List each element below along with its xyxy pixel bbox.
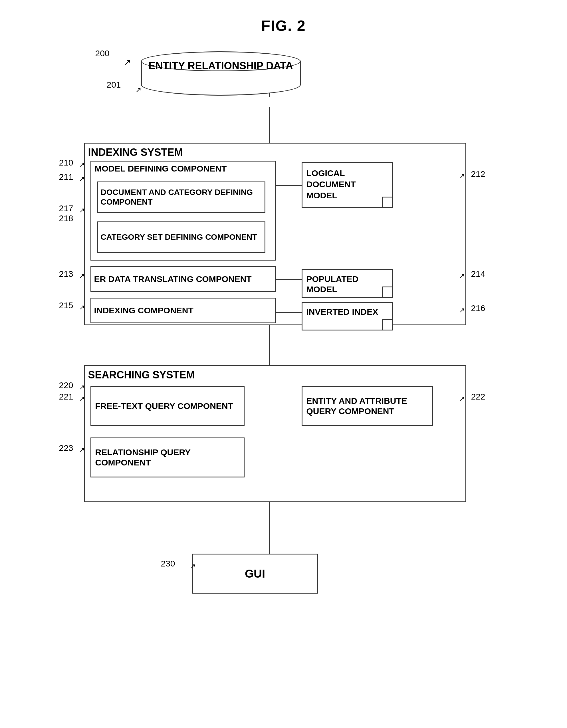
inverted-index-box: INVERTED INDEX — [302, 302, 393, 330]
free-text-query-label: FREE-TEXT QUERY COMPONENT — [95, 401, 233, 411]
searching-system-box: SEARCHING SYSTEM 220 ↗ FREE-TEXT QUERY C… — [84, 365, 466, 502]
indexing-system-label: INDEXING SYSTEM — [88, 146, 183, 158]
ref-216: 216 — [471, 303, 485, 313]
ref-222: 222 — [471, 392, 485, 402]
logical-model-box: LOGICAL DOCUMENT MODEL — [302, 162, 393, 208]
er-data-box: ER DATA TRANSLATING COMPONENT — [90, 266, 276, 292]
entity-attr-query-box: ENTITY AND ATTRIBUTE QUERY COMPONENT — [302, 386, 433, 426]
indexing-component-box: INDEXING COMPONENT — [90, 298, 276, 323]
ref-218: 218 — [59, 213, 73, 223]
ref-215: 215 — [59, 301, 73, 310]
ref-230: 230 — [161, 559, 175, 568]
gui-box: GUI — [192, 554, 318, 594]
category-set-box: CATEGORY SET DEFINING COMPONENT — [97, 221, 265, 253]
searching-system-label: SEARCHING SYSTEM — [88, 369, 195, 381]
ref-213: 213 — [59, 269, 73, 279]
ref-220: 220 — [59, 380, 73, 390]
ref-214: 214 — [471, 269, 485, 279]
ref-211: 211 — [59, 172, 73, 182]
database-cylinder: ENTITY RELATIONSHIP DATA 200 ↗ 201 ↗ — [141, 51, 329, 106]
populated-model-label: POPULATED MODEL — [302, 270, 392, 299]
category-set-label: CATEGORY SET DEFINING COMPONENT — [101, 232, 257, 242]
doc-category-label: DOCUMENT AND CATEGORY DEFINING COMPONENT — [101, 187, 262, 207]
page-title: FIG. 2 — [0, 0, 567, 34]
ref-210: 210 — [59, 158, 73, 168]
indexing-system-box: INDEXING SYSTEM 210 ↗ MODEL DEFINING COM… — [84, 143, 466, 325]
database-label: ENTITY RELATIONSHIP DATA — [141, 60, 301, 72]
model-defining-label: MODEL DEFINING COMPONENT — [91, 162, 275, 176]
relationship-query-box: RELATIONSHIP QUERY COMPONENT — [90, 437, 245, 477]
er-data-label: ER DATA TRANSLATING COMPONENT — [94, 274, 252, 284]
doc-category-box: DOCUMENT AND CATEGORY DEFINING COMPONENT — [97, 182, 265, 213]
ref-200: 200 — [95, 49, 110, 58]
free-text-query-box: FREE-TEXT QUERY COMPONENT — [90, 386, 245, 426]
relationship-query-label: RELATIONSHIP QUERY COMPONENT — [95, 447, 240, 468]
entity-attr-query-label: ENTITY AND ATTRIBUTE QUERY COMPONENT — [306, 396, 428, 416]
populated-model-box: POPULATED MODEL — [302, 269, 393, 298]
gui-label: GUI — [245, 567, 265, 580]
ref-221: 221 — [59, 392, 73, 402]
model-defining-box: MODEL DEFINING COMPONENT DOCUMENT AND CA… — [90, 161, 276, 261]
inverted-index-label: INVERTED INDEX — [302, 303, 392, 321]
ref-223: 223 — [59, 443, 73, 453]
logical-model-label: LOGICAL DOCUMENT MODEL — [302, 163, 392, 205]
ref-217: 217 — [59, 203, 73, 213]
ref-212: 212 — [471, 169, 485, 179]
ref-201: 201 — [107, 80, 121, 90]
indexing-component-label: INDEXING COMPONENT — [94, 306, 193, 315]
